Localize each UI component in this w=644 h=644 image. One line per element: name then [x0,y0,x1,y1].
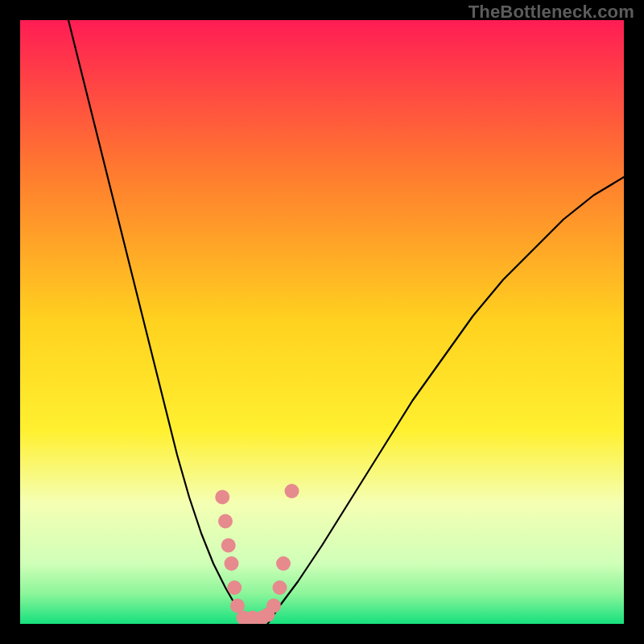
chart-background [20,20,624,624]
chart-plot-area [20,20,624,624]
marker-dot [266,599,281,613]
marker-dot [285,484,299,498]
marker-dot [225,556,239,571]
marker-dot [273,580,287,595]
marker-dot [227,580,242,595]
watermark-label: TheBottleneck.com [469,2,634,23]
chart-frame: TheBottleneck.com [0,0,644,644]
marker-dot [218,514,233,529]
chart-svg [20,20,624,624]
marker-dot [221,539,236,553]
marker-dot [215,490,229,505]
marker-dot [276,556,291,571]
